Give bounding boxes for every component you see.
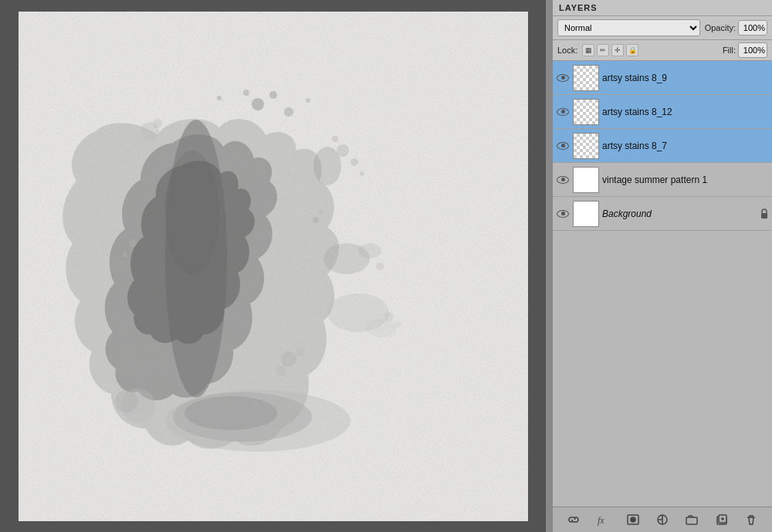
layer-thumbnail-layer-artsy-9 (573, 65, 599, 91)
eye-icon-layer-vintage (557, 176, 569, 184)
new-adjustment-button[interactable] (654, 511, 671, 528)
lock-badge-layer-background (760, 208, 769, 219)
svg-point-33 (129, 239, 137, 247)
svg-rect-43 (686, 517, 697, 524)
svg-point-9 (217, 96, 222, 100)
svg-point-14 (360, 171, 364, 176)
layer-name-layer-vintage: vintage summer pattern 1 (602, 175, 769, 185)
layer-visibility-layer-artsy-9[interactable] (556, 71, 570, 85)
svg-point-6 (243, 90, 249, 96)
svg-point-36 (296, 347, 305, 356)
eye-icon-layer-artsy-12 (557, 108, 569, 116)
layer-visibility-layer-background[interactable] (556, 207, 570, 221)
layers-panel-title: LAYERS (559, 3, 598, 12)
new-layer-button[interactable] (713, 511, 730, 528)
opacity-input[interactable] (738, 20, 767, 36)
svg-point-19 (366, 319, 397, 337)
group-layers-button[interactable] (683, 511, 700, 528)
delete-layer-button[interactable] (743, 511, 760, 528)
svg-point-8 (306, 98, 310, 103)
svg-point-26 (115, 390, 138, 413)
canvas[interactable] (19, 12, 528, 521)
layer-name-layer-background: Background (602, 208, 757, 219)
layers-list[interactable]: artsy stains 8_9artsy stains 8_12artsy s… (553, 61, 772, 507)
layer-thumbnail-layer-background (573, 201, 599, 227)
svg-point-4 (252, 98, 264, 110)
blend-opacity-row: Normal Dissolve Multiply Screen Overlay … (553, 16, 772, 40)
svg-point-24 (185, 396, 277, 430)
svg-point-41 (631, 517, 635, 522)
artwork-canvas (19, 12, 528, 521)
layer-item-layer-artsy-12[interactable]: artsy stains 8_12 (553, 95, 772, 129)
layer-item-layer-artsy-7[interactable]: artsy stains 8_7 (553, 129, 772, 163)
lock-all-btn[interactable]: 🔒 (626, 44, 638, 56)
layers-panel: LAYERS Normal Dissolve Multiply Screen O… (552, 0, 772, 532)
svg-point-16 (358, 243, 381, 259)
layer-thumbnail-layer-vintage (573, 167, 599, 193)
svg-point-27 (138, 413, 154, 429)
layer-thumbnail-layer-artsy-12 (573, 99, 599, 125)
blend-mode-select[interactable]: Normal Dissolve Multiply Screen Overlay (557, 19, 700, 36)
layer-name-layer-artsy-9: artsy stains 8_9 (602, 73, 769, 83)
opacity-group: Opacity: (705, 20, 767, 36)
svg-text:fx: fx (598, 515, 604, 526)
opacity-label: Opacity: (705, 23, 736, 32)
canvas-area (0, 0, 546, 532)
lock-icons: ▦ ✏ ✛ 🔒 (582, 44, 638, 56)
fill-group: Fill: (723, 42, 767, 58)
layer-name-layer-artsy-7: artsy stains 8_7 (602, 141, 769, 151)
blend-mode-wrapper[interactable]: Normal Dissolve Multiply Screen Overlay (557, 19, 700, 36)
svg-point-37 (276, 365, 286, 376)
layer-item-layer-background[interactable]: Background (553, 197, 772, 231)
link-layers-button[interactable] (565, 511, 582, 528)
lock-image-btn[interactable]: ✏ (597, 44, 609, 56)
add-mask-button[interactable] (625, 511, 642, 528)
svg-point-17 (376, 263, 384, 270)
fill-label: Fill: (723, 46, 736, 55)
layer-name-layer-artsy-12: artsy stains 8_12 (602, 107, 769, 117)
svg-point-31 (313, 217, 319, 223)
layer-item-layer-vintage[interactable]: vintage summer pattern 1 (553, 163, 772, 197)
lock-label: Lock: (557, 46, 577, 55)
svg-point-30 (153, 119, 162, 128)
svg-rect-38 (761, 213, 767, 219)
lock-fill-row: Lock: ▦ ✏ ✛ 🔒 Fill: (553, 40, 772, 61)
eye-icon-layer-artsy-9 (557, 74, 569, 82)
svg-point-20 (384, 312, 394, 321)
lock-position-btn[interactable]: ✛ (611, 44, 624, 56)
layers-bottom-toolbar: fx (553, 507, 772, 532)
svg-point-35 (281, 351, 296, 367)
svg-point-12 (350, 158, 358, 166)
svg-point-11 (337, 144, 349, 157)
fill-input[interactable] (738, 42, 767, 58)
lock-transparent-btn[interactable]: ▦ (582, 44, 594, 56)
eye-icon-layer-artsy-7 (557, 142, 569, 150)
svg-point-21 (395, 321, 401, 327)
panel-resize-handle[interactable] (546, 0, 552, 532)
layer-item-layer-artsy-9[interactable]: artsy stains 8_9 (553, 61, 772, 95)
svg-point-32 (319, 210, 323, 214)
svg-point-29 (132, 137, 144, 149)
layer-effects-button[interactable]: fx (594, 511, 611, 528)
eye-icon-layer-background (557, 210, 569, 218)
layer-thumbnail-layer-artsy-7 (573, 133, 599, 159)
layer-visibility-layer-artsy-12[interactable] (556, 105, 570, 119)
layers-panel-header: LAYERS (553, 0, 772, 16)
svg-point-13 (332, 136, 338, 142)
svg-point-5 (269, 91, 277, 99)
svg-point-34 (123, 252, 127, 257)
svg-point-7 (284, 107, 293, 117)
layer-visibility-layer-artsy-7[interactable] (556, 139, 570, 153)
layer-visibility-layer-vintage[interactable] (556, 173, 570, 187)
